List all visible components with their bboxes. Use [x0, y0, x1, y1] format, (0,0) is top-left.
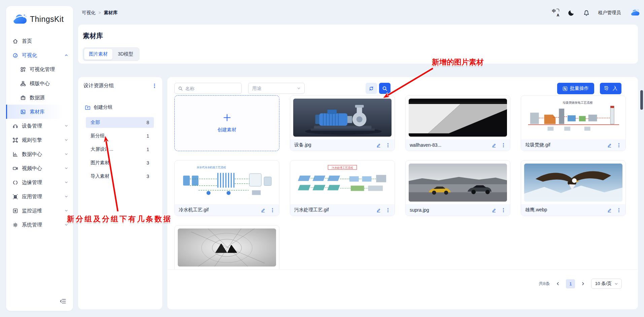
page-scrollbar-thumb[interactable] [640, 90, 643, 110]
sidebar-item-device-manage[interactable]: 设备管理 [6, 119, 73, 133]
group-row-imported-material[interactable]: 导入素材 3 [86, 171, 154, 182]
material-thumbnail-logo-abstract [178, 228, 276, 267]
material-name: 污水处理工艺.gif [294, 207, 329, 213]
sidebar-item-data-center[interactable]: 数据中心 [6, 147, 73, 161]
breadcrumb-item-current[interactable]: 素材库 [104, 10, 118, 16]
create-material-card[interactable]: 创建素材 [174, 95, 279, 151]
sidebar-item-app-manage[interactable]: 应用管理 [6, 189, 73, 204]
plus-icon [223, 113, 231, 122]
sidebar-item-video-center[interactable]: 视频中心 [6, 161, 73, 175]
material-card[interactable]: 设备.jpg [290, 95, 395, 151]
group-list: 全部 8 新分组 1 大屏设计... 1 图片素材 3 导入素材 3 [78, 117, 162, 182]
batch-actions-button[interactable]: 批量操作 [557, 83, 594, 94]
chevron-left-icon [556, 282, 560, 286]
create-material-label: 创建素材 [217, 127, 236, 133]
sidebar-item-label: 边缘管理 [22, 179, 61, 186]
chevron-down-icon [64, 138, 68, 142]
edit-icon[interactable] [492, 143, 497, 148]
app-list-icon [12, 194, 18, 200]
breadcrumb-item[interactable]: 可视化 [82, 10, 96, 16]
material-name: wallhaven-83... [410, 142, 441, 148]
tab-3d-model[interactable]: 3D模型 [113, 49, 138, 60]
next-page-button[interactable] [579, 280, 587, 287]
sidebar-item-edge-manage[interactable]: 边缘管理 [6, 175, 73, 189]
sidebar-item-system-manage[interactable]: 系统管理 [6, 218, 73, 232]
sidebar-item-visualization-manage[interactable]: 可视化管理 [6, 62, 73, 76]
edit-icon[interactable] [376, 143, 381, 148]
more-actions-icon[interactable] [616, 208, 621, 213]
material-footer: 雄鹰.webp [521, 204, 625, 216]
create-group-button[interactable]: 创建分组 [85, 104, 162, 110]
search-input[interactable] [185, 86, 238, 91]
more-actions-icon[interactable] [270, 208, 275, 213]
group-count: 3 [146, 174, 149, 179]
search-icon [178, 86, 183, 91]
sidebar-collapse-button[interactable] [59, 297, 67, 305]
sidebar-item-home[interactable]: 首页 [6, 34, 73, 48]
chevron-right-icon [581, 282, 585, 286]
material-name: supra.jpg [410, 207, 429, 213]
edit-icon[interactable] [607, 208, 612, 213]
material-card[interactable]: 雄鹰.webp [521, 160, 626, 216]
material-thumbnail-chiller-diagram: 水冷式冷水机组工艺流程 [178, 164, 276, 202]
material-card[interactable]: supra.jpg [405, 160, 510, 216]
group-row-new-group[interactable]: 新分组 1 [86, 131, 154, 141]
edge-icon [12, 180, 18, 185]
sidebar-item-label: 应用管理 [22, 193, 61, 200]
edit-icon[interactable] [492, 208, 497, 213]
collapse-icon [59, 297, 67, 305]
sidebar-item-datasource[interactable]: 数据源 [6, 91, 73, 105]
sidebar-item-label: 首页 [22, 38, 68, 44]
sidebar-item-label: 可视化管理 [30, 66, 68, 73]
group-row-all[interactable]: 全部 8 [86, 117, 154, 128]
chevron-down-icon [64, 223, 68, 227]
more-actions-icon[interactable] [152, 83, 157, 89]
sidebar-item-material-library[interactable]: 素材库 [6, 105, 73, 119]
edit-icon[interactable] [376, 208, 381, 213]
more-actions-icon[interactable] [501, 143, 506, 148]
refresh-button[interactable] [366, 83, 377, 94]
material-card[interactable]: wallhaven-83... [405, 95, 510, 151]
group-row-image-material[interactable]: 图片素材 3 [86, 157, 154, 168]
material-card-partial[interactable] [174, 225, 279, 269]
edit-icon[interactable] [607, 143, 612, 148]
more-actions-icon[interactable] [385, 208, 391, 213]
sidebar-item-label: 视频中心 [22, 165, 61, 172]
chevron-down-icon [297, 86, 301, 90]
sidebar-item-template-center[interactable]: 模版中心 [6, 76, 73, 91]
import-button[interactable]: 导 入 [600, 83, 621, 94]
more-actions-icon[interactable] [385, 143, 391, 148]
user-role[interactable]: 租户管理员 [598, 10, 621, 16]
material-grid: 创建素材 [174, 95, 631, 269]
material-name: 冷水机工艺.gif [179, 207, 209, 213]
page-size-select[interactable]: 10 条/页 [591, 279, 622, 289]
more-actions-icon[interactable] [616, 143, 621, 148]
tab-image-material[interactable]: 图片素材 [84, 49, 112, 60]
batch-tune-icon [563, 86, 568, 91]
dark-mode-icon[interactable] [568, 9, 575, 16]
material-thumbnail-cars [409, 164, 507, 202]
group-row-screen-design[interactable]: 大屏设计... 1 [86, 144, 154, 155]
search-button[interactable] [379, 83, 391, 94]
sidebar-item-monitor-ops[interactable]: 监控运维 [6, 204, 73, 218]
usage-select[interactable]: 用途 [248, 83, 305, 94]
sidebar-item-rule-engine[interactable]: 规则引擎 [6, 133, 73, 147]
material-footer: 污水处理工艺.gif [290, 204, 395, 216]
sidebar-item-label: 数据中心 [22, 151, 61, 157]
name-search-field[interactable] [174, 83, 242, 94]
page-number-current[interactable]: 1 [566, 279, 575, 288]
material-card[interactable]: 垃圾焚烧发电工艺流程 [521, 95, 626, 151]
page-header-card: 素材库 图片素材 3D模型 [78, 25, 638, 64]
chevron-up-icon [64, 53, 68, 57]
more-actions-icon[interactable] [501, 208, 506, 213]
sidebar-item-visualization[interactable]: 可视化 [6, 48, 73, 62]
material-card[interactable]: 水冷式冷水机组工艺流程 冷水机工艺.gif [174, 160, 279, 216]
language-icon[interactable]: 中 A [552, 9, 560, 16]
avatar[interactable] [629, 7, 641, 19]
material-card[interactable]: 污水处理工艺流程 [290, 160, 395, 216]
material-thumbnail-pump [293, 99, 392, 137]
prev-page-button[interactable] [554, 280, 562, 287]
sidebar-item-label: 素材库 [30, 109, 68, 115]
edit-icon[interactable] [261, 208, 266, 213]
notification-icon[interactable] [583, 9, 590, 16]
